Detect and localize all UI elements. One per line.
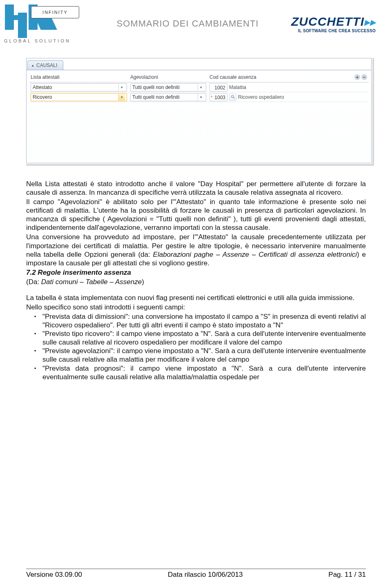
section-heading: 7.2 Regole inserimento assenza [26, 268, 366, 277]
lista-dropdown[interactable]: Ricovero ▾ [31, 93, 127, 101]
bullet-list: "Prevista data di dimissioni": una conve… [26, 312, 366, 381]
col-header-code: Cod causale assenza [209, 74, 291, 80]
page-header: INFINITY GLOBAL SOLUTION SOMMARIO DEI CA… [0, 0, 392, 44]
table-row: Attestato ▾ Tutti quelli non definiti ▾ … [29, 82, 369, 92]
svg-point-0 [231, 96, 234, 98]
list-item: "Prevista data di dimissioni": una conve… [26, 312, 366, 329]
search-icon[interactable] [229, 93, 236, 101]
footer-page: Pag. 11 / 31 [328, 571, 366, 579]
dropdown-value: Attestato [33, 84, 52, 90]
chevron-down-icon: ▾ [118, 94, 125, 100]
page-footer: Versione 03.09.00 Data rilascio 10/06/20… [26, 569, 366, 579]
code-description: Ricovero ospedaliero [238, 94, 284, 100]
code-description: Malattia [229, 84, 246, 90]
chevron-down-icon: ▾ [198, 84, 204, 91]
chevron-down-icon: ▾ [118, 84, 125, 91]
grid-rows: Attestato ▾ Tutti quelli non definiti ▾ … [29, 82, 369, 102]
agev-dropdown[interactable]: Tutti quelli non definiti ▾ [130, 93, 206, 101]
zucchetti-logo: ZUCCHETTI▸▸ IL SOFTWARE CHE CREA SUCCESS… [291, 15, 376, 33]
remove-row-icon[interactable]: − [361, 74, 367, 80]
agev-dropdown[interactable]: Tutti quelli non definiti ▾ [130, 83, 206, 91]
collapse-icon: ▴ [32, 63, 34, 67]
tab-bar: ▴ CAUSALI [27, 58, 371, 70]
document-title: SOMMARIO DEI CAMBIAMENTI [117, 18, 259, 29]
table-row: Ricovero ▾ Tutti quelli non definiti ▾ 1… [29, 92, 369, 102]
ui-screenshot: ▴ CAUSALI Lista attestati Agevolazioni C… [26, 58, 374, 166]
chevron-down-icon: ▾ [198, 94, 204, 100]
code-input[interactable]: 1003 [209, 93, 227, 101]
paragraph: Il campo "Agevolazioni" è abilitato solo… [26, 198, 366, 232]
dropdown-value: Ricovero [33, 94, 52, 100]
document-body: Nella Lista attestati è stato introdotto… [26, 180, 366, 381]
paragraph: Nello specifico sono stati introdotti i … [26, 303, 366, 311]
dropdown-value: Tutti quelli non definiti [132, 94, 180, 100]
col-header-agev: Agevolazioni [130, 74, 209, 80]
paragraph: La tabella è stata implementata con nuov… [26, 294, 366, 302]
tab-causali[interactable]: ▴ CAUSALI [27, 60, 63, 70]
svg-line-1 [233, 98, 234, 99]
paragraph: Nella Lista attestati è stato introdotto… [26, 180, 366, 197]
section-path: (Da: Dati comuni – Tabelle – Assenze) [26, 278, 366, 286]
arrows-icon: ▸▸ [364, 16, 376, 28]
global-solution-label: GLOBAL SOLUTION [4, 38, 71, 43]
infinity-label: INFINITY [31, 6, 79, 18]
footer-date: Data rilascio 10/06/2013 [168, 571, 243, 579]
grid-header: Lista attestati Agevolazioni Cod causale… [29, 72, 369, 82]
list-item: "Prevista data prognosi": il campo viene… [26, 364, 366, 381]
hr-infinity-logo: INFINITY GLOBAL SOLUTION [2, 4, 84, 43]
zucchetti-name: ZUCCHETTI [291, 15, 364, 28]
list-item: "Previsto tipo ricovero": il campo viene… [26, 329, 366, 347]
paragraph: Una conversione ha provveduto ad imposta… [26, 233, 366, 267]
code-input[interactable]: 1002 [209, 83, 227, 91]
add-row-icon[interactable]: + [354, 74, 360, 80]
zucchetti-tagline: IL SOFTWARE CHE CREA SUCCESSO [291, 29, 376, 33]
col-header-lista: Lista attestati [29, 74, 130, 80]
list-item: "Previste agevolazioni": il campo viene … [26, 347, 366, 364]
dropdown-value: Tutti quelli non definiti [132, 84, 180, 90]
footer-version: Versione 03.09.00 [26, 571, 82, 579]
lista-dropdown[interactable]: Attestato ▾ [31, 83, 127, 91]
tab-label: CAUSALI [36, 62, 57, 68]
